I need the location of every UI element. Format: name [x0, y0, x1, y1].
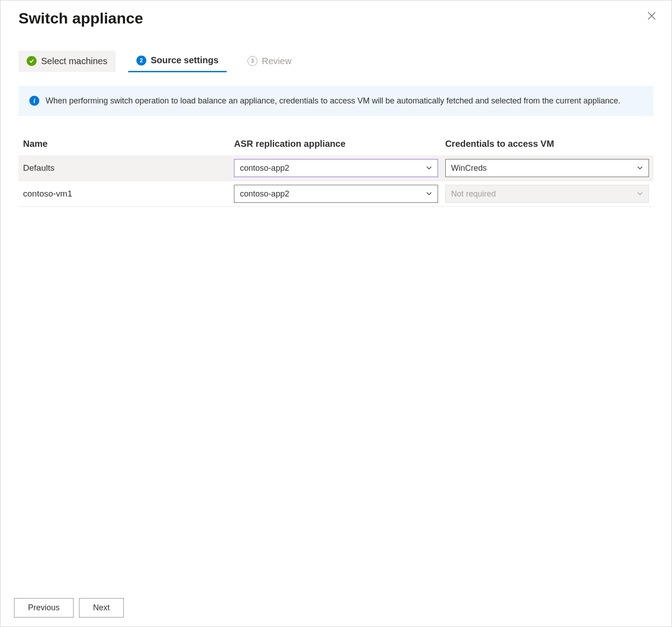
appliance-dropdown[interactable]: contoso-app2 [234, 185, 438, 203]
table-header: Name ASR replication appliance Credentia… [19, 139, 653, 155]
row-name: Defaults [23, 163, 227, 173]
info-text: When performing switch operation to load… [46, 95, 621, 107]
dropdown-value: WinCreds [451, 164, 487, 173]
step-number-icon: 3 [247, 56, 257, 66]
row-name: contoso-vm1 [23, 189, 227, 199]
tab-label: Select machines [41, 56, 107, 66]
footer: Previous Next [0, 589, 672, 627]
header: Switch appliance [0, 0, 672, 32]
chevron-down-icon [426, 164, 432, 172]
dropdown-value: contoso-app2 [240, 189, 289, 199]
table-row-defaults: Defaults contoso-app2 WinCreds [19, 155, 653, 181]
tab-label: Review [262, 56, 292, 66]
close-icon [647, 11, 656, 20]
dropdown-value: Not required [451, 189, 496, 199]
tab-source-settings[interactable]: 2 Source settings [128, 50, 227, 72]
tab-select-machines[interactable]: Select machines [19, 51, 116, 72]
col-appliance: ASR replication appliance [234, 139, 438, 149]
close-button[interactable] [645, 9, 658, 24]
switch-appliance-panel: Switch appliance Select machines 2 Sourc… [0, 0, 672, 627]
settings-table: Name ASR replication appliance Credentia… [19, 139, 653, 207]
info-icon: i [29, 96, 39, 106]
info-banner: i When performing switch operation to lo… [19, 86, 653, 116]
col-name: Name [23, 139, 227, 149]
dropdown-value: contoso-app2 [240, 164, 289, 173]
chevron-down-icon [426, 190, 432, 197]
next-button[interactable]: Next [79, 598, 124, 618]
tab-review[interactable]: 3 Review [239, 51, 300, 72]
chevron-down-icon [637, 164, 643, 172]
credentials-dropdown-disabled: Not required [445, 185, 649, 203]
step-number-icon: 2 [136, 56, 146, 66]
page-title: Switch appliance [19, 9, 143, 27]
content-area: i When performing switch operation to lo… [0, 72, 672, 589]
appliance-dropdown[interactable]: contoso-app2 [234, 159, 438, 177]
col-credentials: Credentials to access VM [445, 139, 649, 149]
tab-label: Source settings [151, 55, 219, 66]
wizard-tabs: Select machines 2 Source settings 3 Revi… [0, 32, 672, 72]
check-icon [27, 56, 37, 66]
chevron-down-icon [637, 190, 643, 197]
previous-button[interactable]: Previous [14, 598, 74, 618]
table-row: contoso-vm1 contoso-app2 Not required [19, 181, 653, 207]
credentials-dropdown[interactable]: WinCreds [445, 159, 649, 177]
